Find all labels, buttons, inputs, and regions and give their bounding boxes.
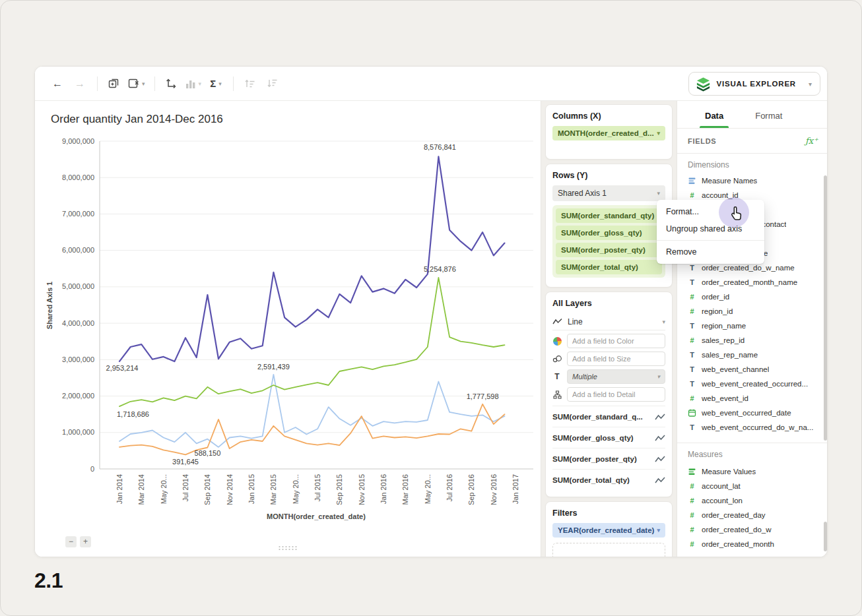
field-item[interactable]: Tweb_event_created_occurred... [688, 377, 818, 391]
field-item[interactable]: Tweb_event_channel [688, 362, 818, 377]
duplicate-chart-button[interactable] [106, 74, 121, 94]
layer-measure-row[interactable]: SUM(order_standard_q... [552, 406, 665, 427]
chevron-down-icon[interactable]: ▾ [657, 373, 660, 380]
rows-shelf-title: Rows (Y) [552, 171, 665, 180]
y-tick-label: 8,000,000 [62, 173, 94, 181]
all-layers-title: All Layers [552, 299, 665, 308]
chevron-down-icon[interactable]: ▾ [657, 130, 660, 137]
line-chart-icon [655, 434, 665, 442]
rows-pill[interactable]: SUM(order_total_qty) [556, 260, 662, 274]
text-field-icon: T [688, 380, 696, 388]
filter-pill[interactable]: YEAR(order_created_date) ▾ [552, 523, 665, 538]
tab-data[interactable]: Data [705, 111, 723, 128]
tab-format[interactable]: Format [755, 111, 782, 128]
chart-type-dropdown[interactable]: Line ▾ [552, 313, 665, 330]
field-item[interactable]: #order_created_do_w [688, 522, 818, 537]
resize-handle[interactable] [278, 545, 298, 551]
zoom-in-button[interactable]: + [80, 536, 91, 547]
all-layers-panel: All Layers Line ▾ Add a field to Color A… [545, 292, 673, 497]
y-tick-label: 7,000,000 [62, 210, 94, 218]
field-item[interactable]: web_event_occurred_date [688, 406, 818, 420]
number-field-icon: # [688, 191, 696, 199]
shared-axis-dropdown[interactable]: Shared Axis 1 ▾ [552, 185, 665, 201]
field-item[interactable]: Torder_created_month_name [688, 275, 818, 290]
chevron-down-icon: ▾ [218, 80, 222, 87]
measure-names-icon [688, 177, 696, 185]
number-field-icon: # [688, 394, 696, 402]
detail-drop-target[interactable]: Add a field to Detail [567, 387, 665, 402]
series-line-SUM(order_standard_qty)[interactable] [119, 278, 505, 406]
chart-type-button[interactable]: ▾ [185, 74, 202, 94]
series-line-SUM(order_gloss_qty)[interactable] [119, 375, 505, 447]
duplicate-icon [108, 78, 119, 89]
field-label: order_created_month [702, 540, 774, 548]
zoom-out-button[interactable]: − [65, 536, 77, 547]
layer-measure-row[interactable]: SUM(order_gloss_qty) [552, 427, 665, 448]
field-item[interactable]: #account_lon [688, 493, 818, 508]
chevron-down-icon[interactable]: ▾ [657, 190, 660, 197]
visual-explorer-button[interactable]: VISUAL EXPLORER ▾ [688, 72, 820, 96]
field-label: web_event_occurred_do_w_na... [702, 423, 813, 431]
color-drop-target[interactable]: Add a field to Color [567, 334, 665, 348]
app-window: ← → ▾ ▾ Σ ▾ VISUAL EXPLORE [34, 66, 828, 557]
rows-pill[interactable]: SUM(order_standard_qty) [556, 208, 662, 223]
field-label: order_created_month_name [702, 278, 797, 286]
filters-shelf: Filters YEAR(order_created_date) ▾ [545, 501, 673, 557]
sigma-icon: Σ [210, 78, 216, 89]
layer-measure-label: SUM(order_total_qty) [552, 476, 630, 484]
field-label: order_id [702, 293, 729, 301]
field-item[interactable]: Measure Values [688, 464, 818, 479]
field-item[interactable]: #region_id [688, 304, 818, 319]
data-label: 2,953,214 [106, 364, 139, 372]
columns-pill[interactable]: MONTH(order_created_d... ▾ [552, 126, 665, 140]
field-item[interactable]: #account_lat [688, 479, 818, 493]
field-label: order_created_do_w_name [702, 264, 795, 272]
rows-pill[interactable]: SUM(order_gloss_qty) [556, 226, 662, 240]
back-button[interactable]: ← [50, 74, 65, 94]
field-item[interactable]: #order_created_day [688, 508, 818, 522]
chevron-down-icon[interactable]: ▾ [662, 319, 665, 325]
sort-descending-button[interactable] [264, 74, 280, 94]
filter-drop-target[interactable] [552, 543, 665, 557]
remove-chart-button[interactable]: ▾ [128, 74, 145, 94]
sort-ascending-button[interactable] [242, 74, 257, 94]
rows-pill[interactable]: SUM(order_poster_qty) [556, 243, 662, 257]
field-label: region_name [702, 322, 746, 330]
field-item[interactable]: Tsales_rep_name [688, 348, 818, 362]
series-line-SUM(order_poster_qty)[interactable] [119, 404, 505, 455]
field-label: sales_rep_id [702, 336, 745, 344]
field-item[interactable]: Tregion_name [688, 319, 818, 333]
chevron-down-icon[interactable]: ▾ [657, 527, 660, 534]
shelf-column: Columns (X) MONTH(order_created_d... ▾ R… [541, 101, 677, 557]
number-field-icon: # [688, 307, 696, 315]
columns-shelf-title: Columns (X) [552, 111, 665, 121]
aggregate-button[interactable]: Σ ▾ [208, 74, 224, 94]
series-line-SUM(order_total_qty)[interactable] [119, 156, 505, 361]
chevron-down-icon: ▾ [809, 80, 812, 88]
layer-measure-row[interactable]: SUM(order_poster_qty) [552, 448, 665, 469]
scrollbar-thumb[interactable] [824, 522, 827, 551]
line-chart[interactable]: 01,000,0002,000,0003,000,0004,000,0005,0… [35, 101, 541, 557]
x-tick-label: Jan 2017 [512, 474, 519, 504]
field-item[interactable]: Tweb_event_occurred_do_w_na... [688, 420, 818, 435]
layer-measure-label: SUM(order_poster_qty) [552, 455, 637, 463]
field-item[interactable]: #order_id [688, 290, 818, 304]
swap-axes-button[interactable] [163, 74, 179, 94]
field-item[interactable]: Measure Names [688, 173, 818, 188]
field-item[interactable]: #order_created_month [688, 537, 818, 551]
data-label: 1,777,598 [467, 392, 499, 400]
field-label: sales_rep_name [702, 351, 758, 359]
menu-item-ungroup-shared-axis[interactable]: Ungroup shared axis [657, 220, 764, 237]
rows-pill-label: SUM(order_total_qty) [561, 263, 638, 271]
text-drop-target[interactable]: Multiple ▾ [567, 369, 665, 384]
menu-item-remove[interactable]: Remove [657, 243, 764, 261]
forward-button[interactable]: → [72, 74, 88, 94]
add-calculated-field-icon[interactable]: ƒx⁺ [805, 136, 818, 146]
field-item[interactable]: #sales_rep_id [688, 333, 818, 348]
field-item[interactable]: #web_event_id [688, 391, 818, 406]
scrollbar-thumb[interactable] [824, 175, 827, 441]
measure-values-icon [688, 468, 696, 476]
sort-descending-icon [267, 78, 278, 88]
size-drop-target[interactable]: Add a field to Size [567, 352, 665, 366]
layer-measure-row[interactable]: SUM(order_total_qty) [552, 469, 665, 490]
